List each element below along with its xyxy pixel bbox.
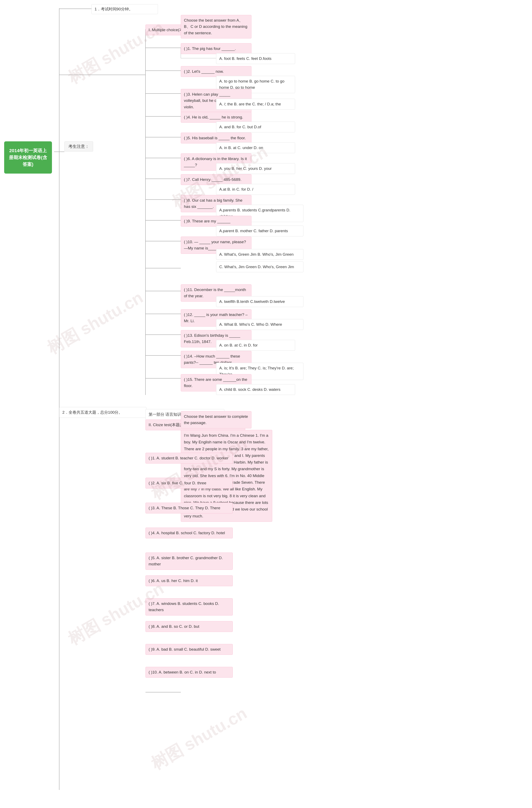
q13-options: A. on B. at C. in D. for (216, 340, 295, 351)
q9-options: A.parent B. mother C. father D. parents (216, 225, 304, 236)
cloze-q6: ( )6. A. us B. her C. him D. it (145, 575, 233, 586)
watermark-3: 树图 shutu.cn (43, 287, 147, 360)
q9-text: ( )9. These are my ______ (181, 216, 252, 226)
q4-options: A. and B. for C. but D.of (216, 122, 295, 132)
q11-options: A. twelfth B.tenth C.twelveth D.twelve (216, 296, 304, 307)
notice-box: 考生注意： (65, 141, 93, 151)
q1-text: ( )1. The pig has four ______. (181, 43, 252, 54)
q6-options: A. you B. her C. yours D. your (216, 163, 295, 174)
watermark-6: 树图 shutu.cn (147, 702, 251, 775)
q5-options: A. in B. at C. under D. on (216, 142, 295, 153)
q2-text: ( )2. Let's ______ now. (181, 66, 252, 77)
cloze-q7: ( )7. A. windows B. students C. books D.… (145, 598, 233, 616)
q5-text: ( )5. His baseball is _____ the floor. (181, 133, 252, 143)
q7-options: A.at B. in C. for D. / (216, 184, 295, 195)
q12-options: A. What B. Who's C. Who D. Where (216, 319, 304, 330)
central-title: 2014年初一英语上册期末检测试卷(含答案) (4, 141, 52, 173)
cloze-instruction: Choose the best answer to complete the p… (181, 411, 252, 428)
q3-options: A. /; the B. are the C. the; / D.a; the (216, 99, 295, 110)
section2-label: 2．全卷共五道大题，总分100分。 (59, 407, 147, 418)
q10-options-a: A. What's, Green Jim B. Who's, Jim Green (216, 249, 304, 260)
q10-options-b: C. What's, Jim Green D. Who's, Green Jim (216, 261, 304, 272)
cloze-q9: ( )9. A. bad B. small C. beautiful D. sw… (145, 644, 233, 655)
cloze-q3: ( )3. A. These B. Those C. They D. There (145, 503, 233, 513)
top-note: 1．考试时间90分钟。 (91, 4, 158, 14)
cloze-q1: ( )1. A. student B. teacher C. doctor D.… (145, 453, 233, 463)
cloze-q8: ( )8. A. and B. so C. or D. but (145, 621, 233, 632)
q1-options: A. foot B. feets C. feet D.foots (216, 53, 295, 64)
cloze-q5: ( )5. A. sister B. brother C. grandmothe… (145, 552, 233, 570)
q15-options: A. child B. sock C. desks D. waters (216, 384, 295, 395)
connector-svg (0, 0, 532, 808)
page-container: 1．考试时间90分钟。 2014年初一英语上册期末检测试卷(含答案) 考生注意：… (0, 0, 532, 13)
cloze-q2: ( )2. A. six B. five C. four D. three (145, 478, 233, 489)
section1-instruction: Choose the best answer from A、B、C or D a… (181, 15, 252, 38)
q7-text: ( )7. Call Henry _____ 485-5689. (181, 174, 252, 185)
cloze-q4: ( )4. A. hospital B. school C. factory D… (145, 528, 233, 538)
q4-text: ( )4. He is old, _____ he is strong. (181, 112, 252, 123)
cloze-q10: ( )10. A. between B. on C. in D. next to (145, 667, 233, 678)
